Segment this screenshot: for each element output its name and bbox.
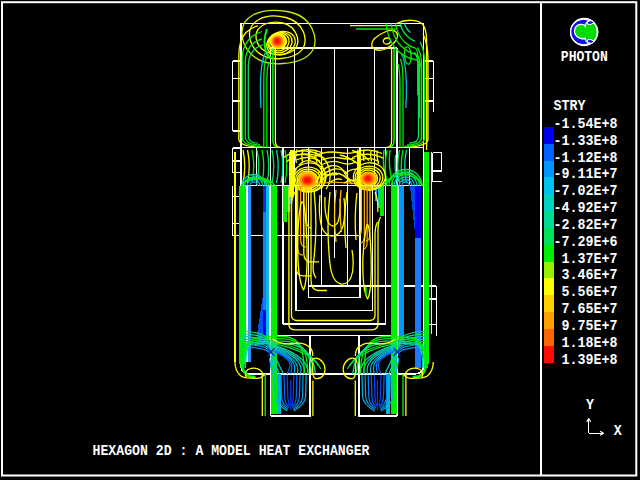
svg-text:-1.12E+8: -1.12E+8 <box>554 150 618 166</box>
svg-text:-9.11E+7: -9.11E+7 <box>554 166 618 182</box>
svg-text:PHOTON: PHOTON <box>561 49 608 65</box>
svg-text:5.56E+7: 5.56E+7 <box>554 284 618 300</box>
svg-text:1.18E+8: 1.18E+8 <box>554 335 618 351</box>
svg-text:7.65E+7: 7.65E+7 <box>554 301 618 317</box>
svg-text:1.39E+8: 1.39E+8 <box>554 352 618 368</box>
svg-text:STRY: STRY <box>554 98 587 114</box>
svg-text:HEXAGON 2D : A MODEL HEAT EXCH: HEXAGON 2D : A MODEL HEAT EXCHANGER <box>93 443 370 459</box>
svg-text:X: X <box>614 423 623 439</box>
svg-text:-7.02E+7: -7.02E+7 <box>554 183 618 199</box>
svg-text:-1.33E+8: -1.33E+8 <box>554 133 618 149</box>
svg-text:9.75E+7: 9.75E+7 <box>554 318 618 334</box>
svg-text:1.37E+7: 1.37E+7 <box>554 251 618 267</box>
svg-text:-1.54E+8: -1.54E+8 <box>554 116 618 132</box>
svg-text:Y: Y <box>586 397 595 413</box>
svg-text:3.46E+7: 3.46E+7 <box>554 267 618 283</box>
svg-text:-4.92E+7: -4.92E+7 <box>554 200 618 216</box>
svg-text:-2.82E+7: -2.82E+7 <box>554 217 618 233</box>
svg-text:-7.29E+6: -7.29E+6 <box>554 234 618 250</box>
